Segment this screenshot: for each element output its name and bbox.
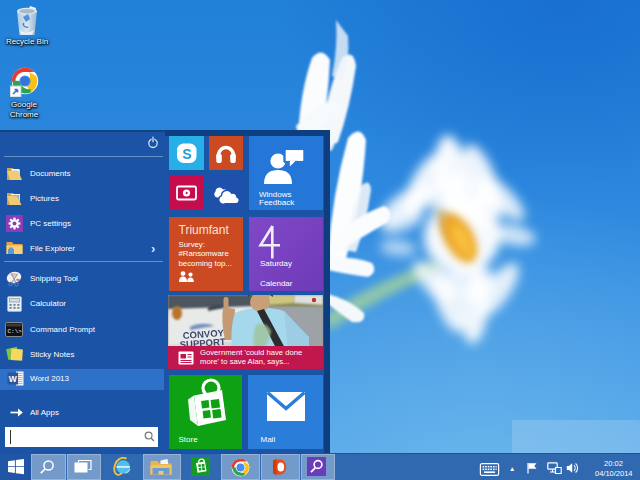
- svg-text:W: W: [9, 374, 18, 384]
- svg-text:S: S: [182, 145, 191, 161]
- svg-text:C:\>: C:\>: [8, 328, 23, 335]
